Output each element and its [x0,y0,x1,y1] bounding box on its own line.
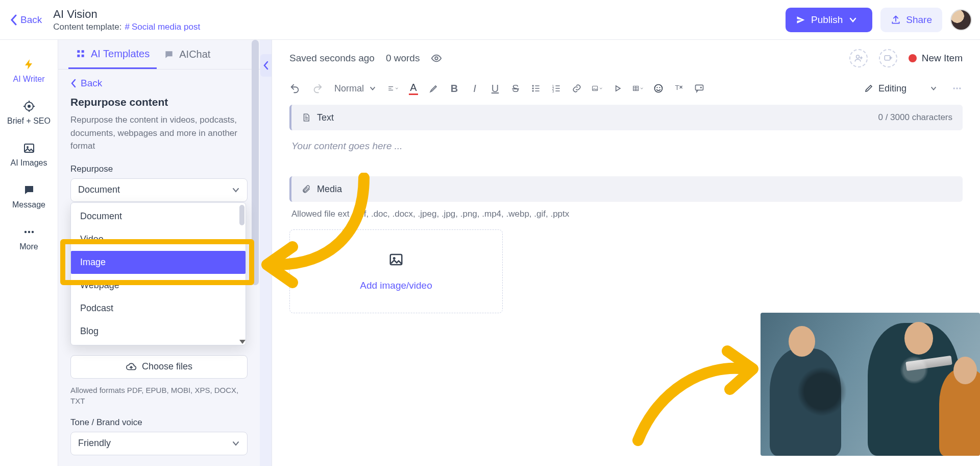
media-block-header[interactable]: Media [289,176,963,202]
image-button[interactable] [592,83,603,94]
annotation-arrow-right [628,338,761,451]
svg-point-5 [28,231,30,233]
tab-ai-templates[interactable]: AI Templates [68,40,157,69]
avatar[interactable] [950,9,972,31]
share-label: Share [906,14,932,26]
highlight-button[interactable] [428,83,439,94]
tone-value: Friendly [78,438,111,449]
clear-format-button[interactable]: T [673,83,684,94]
repurpose-label: Repurpose [70,164,248,174]
title-column: AI Vision Content template: # Social med… [53,8,200,32]
document-icon [302,113,311,122]
rail-brief-seo[interactable]: Brief + SEO [0,92,58,134]
item-status[interactable]: New Item [909,53,963,64]
svg-point-20 [659,87,660,88]
table-button[interactable] [632,83,644,94]
svg-rect-22 [696,85,703,90]
choose-files-button[interactable]: Choose files [70,355,248,379]
bullet-list-button[interactable] [530,83,542,94]
collapse-button[interactable] [260,54,272,77]
text-block-header[interactable]: Text 0 / 3000 characters [289,105,963,130]
text-input[interactable]: Your content goes here ... [289,130,963,176]
paperclip-icon [302,184,311,194]
svg-point-19 [656,87,657,88]
align-button[interactable] [387,83,399,94]
link-button[interactable] [571,83,582,94]
svg-point-1 [28,105,31,108]
undo-button[interactable] [289,83,301,94]
template-name: Social media post [132,22,200,32]
tone-select[interactable]: Friendly [70,432,248,455]
chevron-down-icon [640,86,644,91]
target-icon [23,100,35,112]
svg-point-27 [393,257,396,260]
upload-icon [891,15,901,25]
publish-button[interactable]: Publish [786,8,872,32]
mode-label: Editing [878,83,906,94]
italic-button[interactable]: I [469,83,480,94]
svg-point-11 [532,87,534,89]
dropdown-option-video[interactable]: Video [71,228,246,251]
dropdown-scrollbar[interactable] [239,205,244,225]
tab-label: AIChat [179,49,210,60]
strike-button[interactable]: S [510,83,521,94]
chevron-left-icon [263,61,269,70]
chevron-down-icon [395,86,399,91]
eye-icon[interactable] [431,53,442,64]
text-color-button[interactable]: A [408,83,419,94]
dropdown-option-image[interactable]: Image [71,251,246,274]
rail-label: AI Writer [13,75,45,84]
tab-label: AI Templates [91,48,150,60]
paragraph-style-select[interactable]: Normal [334,83,376,94]
editing-mode-select[interactable]: Editing [864,83,963,94]
svg-point-3 [27,146,29,148]
svg-text:3: 3 [552,89,554,93]
panel-back-button[interactable]: Back [70,78,248,89]
ordered-list-button[interactable]: 123 [551,83,562,94]
add-collaborator-button[interactable] [849,49,868,67]
panel-description: Repurpose the content in videos, podcast… [70,113,248,153]
page-title: AI Vision [53,8,200,21]
svg-point-6 [31,231,33,233]
redo-button[interactable] [312,83,323,94]
dropdown-option-podcast[interactable]: Podcast [71,297,246,320]
comment-button[interactable] [694,83,705,94]
svg-point-8 [856,55,859,58]
share-button[interactable]: Share [880,8,942,32]
rail-more[interactable]: More [0,218,58,260]
repurpose-dropdown: Document Video Image Webpage Podcast Blo… [70,202,246,345]
svg-point-7 [435,57,438,60]
top-right-actions: Publish Share [786,8,972,32]
dropdown-option-blog[interactable]: Blog [71,320,246,343]
chevron-down-icon [232,186,240,194]
repurpose-value: Document [78,184,120,195]
underline-button[interactable]: U [489,83,501,94]
add-media-button[interactable] [879,49,897,67]
more-button[interactable] [951,83,963,94]
back-label: Back [20,14,42,26]
repurpose-select[interactable]: Document [70,178,248,202]
bold-button[interactable]: B [449,83,460,94]
rail-message[interactable]: Message [0,176,58,218]
preview-image [761,313,980,456]
template-link[interactable]: # Social media post [125,22,200,32]
back-button[interactable]: Back [10,14,42,26]
status-label: New Item [922,53,963,64]
chevron-down-icon [369,85,376,92]
svg-point-4 [24,231,26,233]
top-bar: Back AI Vision Content template: # Socia… [0,0,980,40]
hash-icon: # [125,22,129,32]
rail-ai-writer[interactable]: AI Writer [0,50,58,92]
video-button[interactable] [612,83,623,94]
rail-label: More [19,242,38,251]
dropdown-option-document[interactable]: Document [71,205,246,228]
dropdown-option-webpage[interactable]: Webpage [71,274,246,297]
rail-ai-images[interactable]: AI Images [0,134,58,176]
svg-point-18 [655,85,663,92]
image-icon [388,252,404,270]
panel-scrollbar[interactable] [252,40,259,466]
dropdown-scroll-down-icon[interactable] [239,340,246,344]
emoji-button[interactable] [653,83,664,94]
upload-dropzone[interactable]: Add image/video [289,229,503,313]
tab-ai-chat[interactable]: AIChat [157,40,217,69]
